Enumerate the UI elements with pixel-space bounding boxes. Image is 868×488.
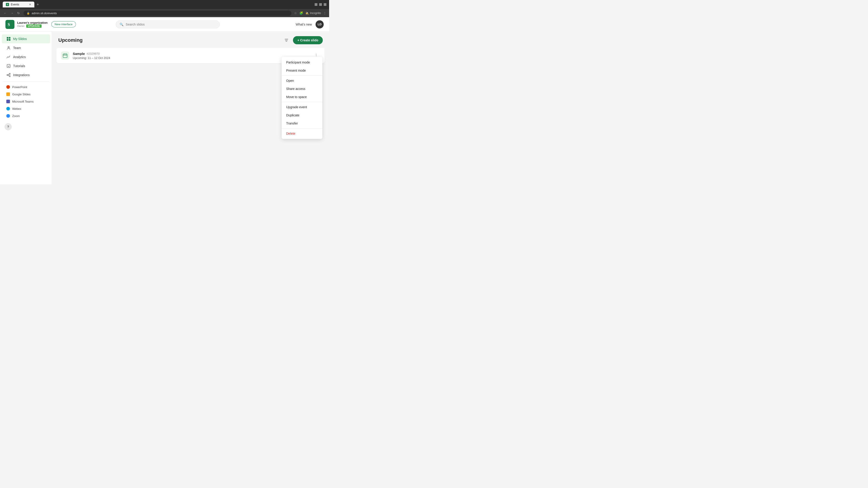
svg-rect-5	[9, 39, 10, 41]
org-role-row: Owner UPGRADE	[17, 24, 48, 28]
context-menu-divider-1	[282, 75, 322, 76]
sidebar-label-tutorials: Tutorials	[13, 64, 25, 68]
integration-label-microsoft-teams: Microsoft Teams	[12, 100, 33, 103]
context-menu-move-to-space[interactable]: Move to space	[282, 93, 322, 101]
create-slido-button[interactable]: + Create slido	[293, 36, 323, 44]
integration-item-microsoft-teams[interactable]: Microsoft Teams	[2, 98, 50, 105]
tab-close-button[interactable]: ✕	[29, 3, 31, 6]
filter-icon	[284, 38, 289, 42]
zoom-dot	[6, 114, 10, 118]
address-bar: ← → ↻ 🔒 admin.sli.do/events ☆ 🧩 🕵 Incogn…	[0, 9, 329, 17]
whats-new-button[interactable]: What's new	[296, 23, 312, 26]
sidebar-item-team[interactable]: Team	[2, 43, 50, 53]
sidebar-label-my-slidos: My Slidos	[13, 37, 27, 41]
sidebar-item-tutorials[interactable]: Tutorials	[2, 61, 50, 70]
svg-point-10	[9, 76, 10, 77]
search-bar[interactable]: 🔍	[116, 21, 220, 28]
upgrade-badge[interactable]: UPGRADE	[26, 24, 41, 28]
back-button[interactable]: ←	[3, 10, 8, 16]
context-menu-open[interactable]: Open	[282, 76, 322, 85]
new-interface-button[interactable]: New interface	[51, 21, 76, 27]
incognito-icon: 🕵	[305, 11, 309, 15]
active-tab[interactable]: S Events ✕	[3, 2, 34, 7]
sidebar-item-integrations[interactable]: Integrations	[2, 70, 50, 79]
tutorials-icon	[6, 64, 11, 68]
sidebar-item-analytics[interactable]: Analytics	[2, 53, 50, 61]
event-card: Sample #2329970 Upcoming: 11 – 12 Oct 20…	[57, 48, 324, 63]
integration-item-powerpoint[interactable]: PowerPoint	[2, 84, 50, 91]
content-area: Upcoming + Create slido	[52, 32, 329, 184]
svg-rect-3	[9, 37, 10, 39]
event-id: #2329970	[87, 52, 100, 55]
sidebar-item-my-slidos[interactable]: My Slidos	[2, 34, 50, 43]
event-date: Upcoming: 11 – 12 Oct 2024	[73, 56, 309, 60]
org-name: Lauren's organization	[17, 21, 48, 24]
org-info: Lauren's organization Owner UPGRADE	[17, 21, 48, 28]
app-header: S Lauren's organization Owner UPGRADE Ne…	[0, 17, 329, 32]
filter-button[interactable]	[283, 36, 290, 44]
browser-tabs: S Events ✕ +	[3, 2, 313, 7]
context-menu-upgrade-event[interactable]: Upgrade event	[282, 103, 322, 111]
svg-point-6	[8, 46, 9, 48]
reload-button[interactable]: ↻	[16, 10, 21, 16]
header-actions: + Create slido	[283, 36, 323, 44]
logo-area: S Lauren's organization Owner UPGRADE	[5, 20, 48, 29]
sidebar-label-integrations: Integrations	[13, 73, 30, 77]
svg-rect-4	[7, 39, 8, 41]
app-wrapper: S Lauren's organization Owner UPGRADE Ne…	[0, 17, 329, 184]
integration-item-zoom[interactable]: Zoom	[2, 112, 50, 120]
integration-item-webex[interactable]: Webex	[2, 105, 50, 112]
integration-label-webex: Webex	[12, 107, 21, 110]
bookmark-icon[interactable]: ☆	[294, 11, 297, 15]
integrations-icon	[6, 73, 11, 77]
integration-label-zoom: Zoom	[12, 114, 20, 118]
my-slidos-icon	[6, 37, 11, 41]
incognito-badge: 🕵 Incognito	[305, 11, 321, 15]
search-input[interactable]	[126, 23, 216, 26]
help-button[interactable]: ?	[4, 123, 12, 130]
extensions-icon[interactable]: 🧩	[299, 11, 303, 15]
sidebar-divider	[3, 81, 49, 82]
restore-button[interactable]: □	[319, 3, 322, 6]
integration-label-google-slides: Google Slides	[12, 93, 31, 96]
slido-logo-icon: S	[5, 20, 14, 29]
integration-item-google-slides[interactable]: Google Slides	[2, 91, 50, 98]
section-title: Upcoming	[58, 37, 83, 43]
context-menu-participant-mode[interactable]: Participant mode	[282, 58, 322, 66]
window-controls: ─ □ ✕	[315, 3, 327, 6]
url-bar[interactable]: 🔒 admin.sli.do/events	[24, 11, 291, 16]
webex-dot	[6, 107, 10, 110]
context-menu-delete[interactable]: Delete	[282, 129, 322, 138]
more-options-icon[interactable]: ⋮	[323, 11, 327, 15]
content-header: Upcoming + Create slido	[52, 32, 329, 48]
incognito-label: Incognito	[310, 11, 321, 15]
context-menu-duplicate[interactable]: Duplicate	[282, 111, 322, 119]
event-info: Sample #2329970 Upcoming: 11 – 12 Oct 20…	[73, 52, 309, 60]
svg-point-9	[9, 73, 10, 74]
context-menu-share-access[interactable]: Share access	[282, 85, 322, 93]
context-menu-transfer[interactable]: Transfer	[282, 119, 322, 127]
microsoft-teams-dot	[6, 100, 10, 103]
context-menu-divider-3	[282, 128, 322, 129]
svg-rect-16	[63, 54, 67, 58]
event-date-label: Upcoming:	[73, 56, 88, 60]
minimize-button[interactable]: ─	[315, 3, 317, 6]
lock-icon: 🔒	[27, 12, 30, 15]
sidebar: My Slidos Team Analytics Tutorials	[0, 32, 52, 184]
avatar[interactable]: LD	[315, 20, 324, 29]
forward-button[interactable]: →	[9, 10, 14, 16]
context-menu-present-mode[interactable]: Present mode	[282, 66, 322, 74]
event-name: Sample	[73, 52, 85, 56]
svg-line-12	[8, 75, 9, 76]
svg-line-11	[8, 74, 9, 75]
main-layout: My Slidos Team Analytics Tutorials	[0, 32, 329, 184]
google-slides-dot	[6, 92, 10, 96]
team-icon	[6, 46, 11, 50]
context-menu: Participant mode Present mode Open Share…	[282, 57, 322, 139]
new-tab-button[interactable]: +	[35, 2, 40, 7]
powerpoint-dot	[6, 85, 10, 89]
svg-rect-2	[7, 37, 8, 39]
integration-label-powerpoint: PowerPoint	[12, 86, 27, 89]
event-date-value: 11 – 12 Oct 2024	[88, 56, 110, 60]
close-button[interactable]: ✕	[324, 3, 327, 6]
